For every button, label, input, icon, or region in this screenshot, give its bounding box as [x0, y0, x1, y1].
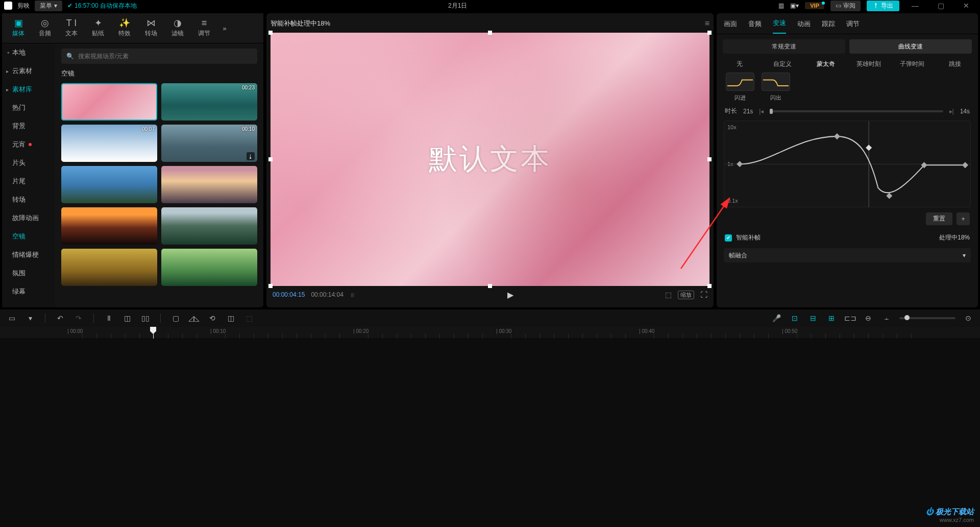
category-item[interactable]: 绿幕	[2, 282, 55, 301]
mirror-icon[interactable]: ◿◺	[188, 314, 200, 322]
curve-preset[interactable]: 子弹时间	[895, 60, 929, 68]
inspector-tab[interactable]: 变速	[773, 18, 786, 34]
zoom-slider[interactable]	[899, 317, 955, 319]
asset-thumb[interactable]	[61, 249, 157, 286]
mini-curve-1[interactable]	[726, 73, 754, 91]
duration-slider[interactable]	[770, 110, 943, 112]
cursor-mode-icon[interactable]: ▾	[24, 314, 36, 322]
smart-interpolation-checkbox[interactable]: ✔	[725, 234, 732, 242]
delete-right-icon[interactable]: ▯▯	[140, 314, 151, 322]
curve-preset[interactable]: 自定义	[766, 60, 799, 68]
category-item[interactable]: 本地	[2, 43, 55, 62]
inspector-tab[interactable]: 画面	[724, 19, 737, 34]
category-item[interactable]: 背景	[2, 117, 55, 135]
add-point-button[interactable]: ＋	[957, 212, 970, 225]
category-item[interactable]: 片头	[2, 154, 55, 172]
category-item[interactable]: 云素材	[2, 62, 55, 80]
category-item[interactable]: 空镜	[2, 227, 55, 246]
asset-thumb[interactable]	[61, 83, 157, 121]
undo-icon[interactable]: ↶	[55, 314, 66, 322]
timeline[interactable]: | 00:00|||||||||| 00:10|||||||||| 00:20|…	[0, 327, 980, 339]
category-item[interactable]: 转场	[2, 190, 55, 209]
track-toggle-3[interactable]: ⊞	[826, 314, 837, 322]
ribbon-tab-7[interactable]: ≡调节	[191, 18, 217, 38]
freeze-icon[interactable]: ▢	[170, 314, 181, 322]
category-item[interactable]: 故障动画	[2, 209, 55, 227]
asset-thumb[interactable]: 00:10⭳	[161, 125, 257, 162]
ribbon-tab-0[interactable]: ▣媒体	[5, 18, 32, 38]
search-input[interactable]	[77, 52, 252, 60]
export-button[interactable]: ⭱导出	[867, 1, 899, 11]
category-item[interactable]: 情绪爆梗	[2, 246, 55, 264]
asset-thumb[interactable]	[61, 207, 157, 245]
smart-icon[interactable]: ⬚	[243, 314, 255, 322]
review-button[interactable]: ▭审阅	[830, 1, 861, 11]
curve-preset[interactable]: 跳接	[938, 60, 972, 68]
ratio-button[interactable]: 缩放	[678, 291, 694, 299]
mini-curve-2[interactable]	[762, 73, 790, 91]
window-minimize[interactable]: —	[905, 2, 925, 10]
speed-subtab[interactable]: 常规变速	[723, 39, 845, 54]
display-icon[interactable]: ▣▾	[790, 2, 799, 9]
rotate-icon[interactable]: ⟲	[207, 314, 218, 322]
track-toggle-1[interactable]: ⊡	[789, 314, 800, 322]
preview-text[interactable]: 默认文本	[429, 140, 551, 179]
preview-canvas[interactable]: 默认文本	[271, 33, 709, 286]
asset-thumb[interactable]	[161, 166, 257, 203]
play-button[interactable]: ▶	[507, 290, 513, 300]
layout-icon[interactable]: ▥	[778, 2, 784, 9]
category-item[interactable]: 氛围	[2, 264, 55, 282]
fit-icon[interactable]: ⊙	[963, 314, 974, 322]
columns-icon[interactable]: ⫼	[350, 291, 356, 298]
link-icon[interactable]: ⊖	[863, 314, 874, 322]
download-icon[interactable]: ⭳	[247, 152, 255, 160]
asset-thumb[interactable]	[161, 249, 257, 286]
speed-subtab[interactable]: 曲线变速	[849, 39, 972, 54]
track-toggle-2[interactable]: ⊟	[807, 314, 819, 322]
category-item[interactable]: 素材库	[2, 80, 55, 99]
time-ruler[interactable]: | 00:00|||||||||| 00:10|||||||||| 00:20|…	[0, 327, 980, 339]
mic-icon[interactable]: 🎤	[771, 314, 782, 322]
category-item[interactable]: 元宵	[2, 135, 55, 154]
redo-icon[interactable]: ↷	[73, 314, 84, 322]
ribbon-more-icon[interactable]: »	[217, 25, 232, 32]
asset-thumb[interactable]	[61, 166, 157, 203]
crop-icon[interactable]: ◫	[225, 314, 236, 322]
safe-zone-icon[interactable]: ⬚	[665, 291, 672, 299]
ribbon-tab-2[interactable]: T I文本	[58, 18, 85, 38]
ribbon-tab-5[interactable]: ⋈转场	[138, 18, 164, 38]
window-maximize[interactable]: ▢	[931, 2, 950, 10]
delete-left-icon[interactable]: ◫	[121, 314, 133, 322]
window-close[interactable]: ✕	[957, 2, 976, 10]
ribbon-tab-1[interactable]: ◎音频	[32, 18, 58, 38]
reset-button[interactable]: 重置	[926, 212, 952, 225]
asset-thumb[interactable]: 00:07	[61, 125, 157, 162]
preview-menu-icon[interactable]: ≡	[705, 19, 709, 28]
inspector-tab[interactable]: 调节	[846, 19, 860, 34]
preview-cut-icon[interactable]: ⫠	[881, 314, 892, 322]
select-tool-icon[interactable]: ▭	[6, 314, 17, 322]
split-icon[interactable]: Ⅱ	[103, 314, 114, 322]
inspector-tab[interactable]: 动画	[797, 19, 811, 34]
main-menu-button[interactable]: 菜单▾	[35, 1, 62, 11]
playhead[interactable]	[153, 327, 154, 339]
ribbon-tab-3[interactable]: ✦贴纸	[85, 18, 111, 38]
category-item[interactable]: 片尾	[2, 172, 55, 190]
asset-thumb[interactable]	[161, 207, 257, 245]
inspector-tab[interactable]: 跟踪	[822, 19, 835, 34]
curve-editor[interactable]: 10x 1x 0.1x	[724, 121, 971, 207]
ribbon-tab-6[interactable]: ◑滤镜	[164, 18, 191, 38]
magnet-icon[interactable]: ⊏⊐	[844, 314, 855, 322]
curve-preset[interactable]: 蒙太奇	[809, 60, 843, 68]
blend-dropdown[interactable]: 帧融合▾	[724, 248, 971, 262]
curve-preset[interactable]: 英雄时刻	[852, 60, 886, 68]
ribbon-tab-4[interactable]: ✨特效	[111, 18, 138, 38]
search-box[interactable]: 🔍	[61, 49, 257, 64]
vip-badge[interactable]: VIP	[805, 2, 824, 9]
duration-label: 时长	[725, 107, 737, 115]
asset-thumb[interactable]: 00:23	[161, 83, 257, 121]
curve-preset[interactable]: 无	[723, 60, 756, 68]
inspector-tab[interactable]: 音频	[748, 19, 762, 34]
category-item[interactable]: 热门	[2, 99, 55, 117]
fullscreen-icon[interactable]: ⛶	[700, 291, 707, 299]
